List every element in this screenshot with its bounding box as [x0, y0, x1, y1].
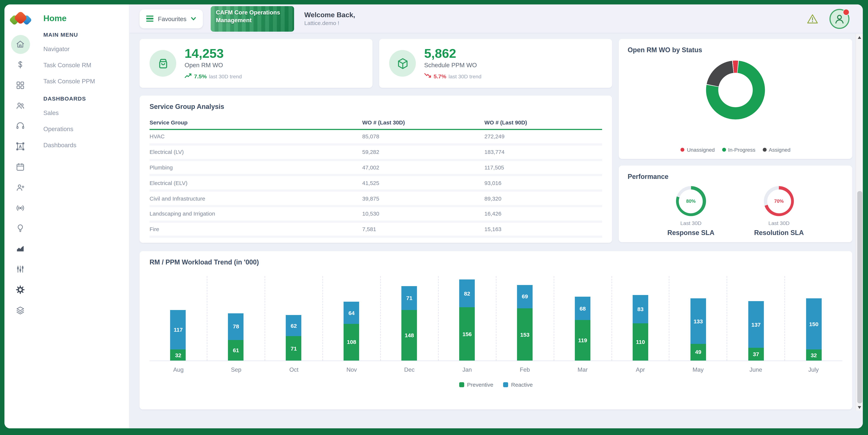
table-row: Electrical (ELV)41,52593,016 [150, 175, 602, 191]
sidebar-menu: Home MAIN MENUNavigatorTask Console RMTa… [36, 4, 129, 428]
welcome-username: Lattice.demo ! [304, 20, 355, 26]
stacked-bar: 64 108 [344, 302, 359, 361]
sliders-icon[interactable] [11, 260, 30, 279]
x-tick-label: Apr [612, 366, 669, 373]
gauge-ring: 70% [764, 186, 794, 216]
bar-segment-preventive: 156 [459, 307, 475, 361]
x-tick-label: May [669, 366, 727, 373]
layers-icon[interactable] [11, 301, 30, 320]
kpi-body: 14,253 Open RM WO 7.5% last 30D trend [185, 47, 242, 79]
grid-icon[interactable] [11, 76, 30, 95]
stacked-bar: 78 61 [228, 313, 244, 361]
legend-dot [722, 148, 726, 152]
dollar-icon[interactable] [11, 55, 30, 74]
calendar-icon[interactable] [11, 158, 30, 176]
performance-card: Performance 80% Last 30D Response SLA 70… [619, 166, 852, 242]
home-icon[interactable] [11, 35, 30, 54]
stacked-bar: 82 156 [459, 279, 475, 361]
bulb-icon[interactable] [11, 219, 30, 238]
table-cell: 183,774 [485, 144, 602, 160]
vertical-scrollbar[interactable] [856, 34, 863, 410]
scroll-down-arrow[interactable] [856, 404, 863, 410]
table-cell: 59,282 [362, 144, 485, 160]
chart-column-july: 150 32 [785, 276, 842, 361]
table-cell: 272,249 [485, 129, 602, 144]
x-axis-labels: AugSepOctNovDecJanFebMarAprMayJuneJuly [150, 366, 842, 373]
gauge-row: 80% Last 30D Response SLA 70% Last 30D R… [628, 186, 843, 237]
menu-section-header: DASHBOARDS [43, 96, 129, 102]
sidebar-item-task-console-rm[interactable]: Task Console RM [43, 57, 129, 73]
x-tick-label: Aug [150, 366, 207, 373]
x-tick-label: Dec [380, 366, 438, 373]
window-frame: Home MAIN MENUNavigatorTask Console RMTa… [0, 0, 868, 435]
table-cell: 39,875 [362, 191, 485, 206]
gauge-value: 70% [767, 189, 791, 213]
chart-column-dec: 71 148 [380, 276, 438, 361]
sidebar-item-navigator[interactable]: Navigator [43, 40, 129, 57]
page-title: Home [43, 13, 129, 23]
gauge-label: Resolution SLA [754, 229, 804, 237]
legend-item-preventive: Preventive [459, 382, 493, 388]
bar-segment-reactive: 62 [286, 315, 302, 336]
sidebar-item-task-console-ppm[interactable]: Task Console PPM [43, 73, 129, 89]
gear-icon[interactable] [11, 280, 30, 299]
bar-segment-reactive: 82 [459, 279, 475, 307]
stacked-bar: 69 153 [517, 285, 533, 361]
table-column-header: WO # (Last 90D) [485, 115, 602, 129]
area-chart-icon[interactable] [11, 239, 30, 258]
sidebar-item-sales[interactable]: Sales [43, 104, 129, 121]
bar-segment-reactive: 133 [690, 299, 706, 344]
main-area: Favourites CAFM Core Operations Manageme… [129, 4, 863, 428]
kpi-trend: 5.7% last 30D trend [424, 73, 482, 79]
favourites-button[interactable]: Favourites [140, 9, 203, 28]
table-cell: Electrical (ELV) [150, 175, 362, 191]
table-cell: 15,163 [485, 222, 602, 237]
user-avatar[interactable] [830, 9, 850, 29]
table-cell: Plumbing [150, 160, 362, 175]
stacked-bar: 62 71 [286, 315, 302, 361]
x-tick-label: Nov [323, 366, 381, 373]
kpi-row: 14,253 Open RM WO 7.5% last 30D trend 5,… [140, 39, 612, 88]
stacked-bar: 133 49 [690, 299, 706, 361]
table-column-header: Service Group [150, 115, 362, 129]
table-cell: 85,078 [362, 129, 485, 144]
alert-triangle-icon[interactable] [807, 13, 818, 24]
bag-icon [150, 50, 176, 77]
user-plus-icon[interactable] [11, 178, 30, 197]
legend-item-assigned: Assigned [763, 147, 790, 153]
notification-dot [843, 9, 850, 15]
icon-rail [4, 4, 36, 428]
card-title: Open RM WO by Status [628, 46, 843, 54]
donut-legend: UnassignedIn-ProgressAssigned [619, 147, 852, 153]
headset-icon[interactable] [11, 117, 30, 136]
stacked-bar: 68 119 [575, 297, 590, 361]
legend-label: Unassigned [687, 147, 715, 153]
bar-chart-legend: PreventiveReactive [150, 382, 842, 388]
screen: Home MAIN MENUNavigatorTask Console RMTa… [0, 0, 868, 435]
bar-segment-preventive: 49 [690, 344, 706, 361]
sidebar-item-dashboards[interactable]: Dashboards [43, 137, 129, 153]
dashboard-content: 14,253 Open RM WO 7.5% last 30D trend 5,… [129, 33, 863, 428]
status-donut-card: Open RM WO by Status UnassignedIn-Progre… [619, 39, 852, 159]
scrollbar-thumb[interactable] [857, 191, 862, 403]
artboard-icon[interactable] [11, 137, 30, 156]
stacked-bar: 150 32 [806, 299, 822, 361]
gauge-period: Last 30D [754, 220, 804, 226]
scroll-up-arrow[interactable] [856, 34, 863, 40]
chart-column-mar: 68 119 [554, 276, 611, 361]
app-context-badge[interactable]: CAFM Core Operations Management [211, 6, 294, 32]
users-icon[interactable] [11, 96, 30, 115]
table-cell: 41,525 [362, 175, 485, 191]
bar-segment-reactive: 117 [170, 310, 186, 349]
broadcast-icon[interactable] [11, 199, 30, 218]
gauge-response-sla: 80% Last 30D Response SLA [667, 186, 714, 237]
chart-column-sep: 78 61 [207, 276, 265, 361]
kpi-label: Open RM WO [185, 62, 242, 68]
cube-icon [389, 50, 416, 77]
kpi-body: 5,862 Schedule PPM WO 5.7% last 30D tren… [424, 47, 482, 79]
sidebar-item-operations[interactable]: Operations [43, 121, 129, 137]
legend-dot [681, 148, 685, 152]
x-tick-label: July [785, 366, 842, 373]
favourites-label: Favourites [158, 15, 186, 22]
chart-column-aug: 117 32 [150, 276, 207, 361]
